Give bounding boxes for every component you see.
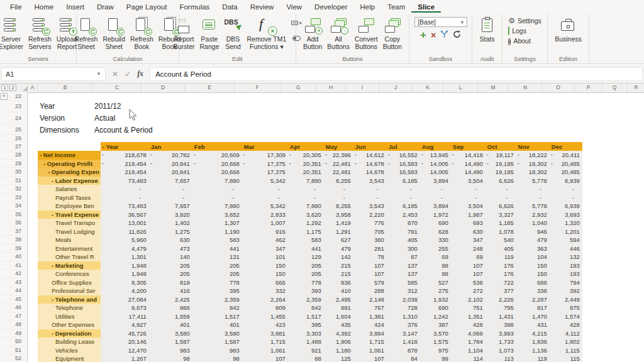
cell-C32[interactable]: -: [101, 185, 149, 194]
cell-G47[interactable]: 1,517: [288, 312, 324, 321]
cell-G38[interactable]: 583: [288, 236, 324, 244]
cell-N40[interactable]: 104: [516, 253, 550, 261]
cell-L45[interactable]: 2,102: [451, 295, 486, 304]
cell-F50[interactable]: 1,715: [242, 337, 288, 346]
cell-H42[interactable]: 215: [324, 270, 353, 278]
cell-L28[interactable]: 14,418-: [451, 151, 486, 160]
tab-slice[interactable]: Slice: [411, 1, 441, 13]
row-label-31[interactable]: - Labor Expense: [38, 177, 101, 185]
cell-J33[interactable]: -: [387, 194, 420, 202]
cell-C46[interactable]: 9,673: [101, 304, 149, 312]
column-header-R[interactable]: R: [627, 84, 644, 92]
ribbon-button-paste-range[interactable]: PasteRange: [198, 16, 221, 52]
cell-N31[interactable]: 5,778: [516, 177, 550, 185]
cell-H45[interactable]: 2,495: [324, 295, 353, 304]
cell-G52[interactable]: 88: [288, 354, 324, 362]
cell-I50[interactable]: 1,715: [353, 337, 387, 346]
cell-C43[interactable]: 8,305: [101, 278, 149, 287]
info-value-year[interactable]: 2011/12: [94, 102, 121, 111]
cell-I34[interactable]: 3,543: [353, 202, 387, 211]
cell-M32[interactable]: -: [486, 185, 516, 194]
row-header-49[interactable]: 49: [0, 329, 27, 338]
cell-C31[interactable]: 73,483: [101, 177, 149, 185]
cell-H48[interactable]: 435: [324, 321, 353, 329]
cell-J50[interactable]: 1,418: [387, 337, 420, 346]
row-label-42[interactable]: Conferences: [38, 270, 101, 278]
cell-O41[interactable]: 193: [550, 261, 582, 270]
cell-L48[interactable]: 428: [451, 321, 486, 329]
cell-G51[interactable]: 921: [288, 346, 324, 355]
cell-O28[interactable]: 20,411-: [550, 151, 582, 160]
cell-J43[interactable]: 585: [387, 278, 420, 287]
cell-L50[interactable]: 1,784: [451, 337, 486, 346]
cell-D35[interactable]: 3,920: [149, 211, 192, 219]
cell-F37[interactable]: 916: [242, 228, 288, 236]
cell-M35[interactable]: 3,327: [486, 211, 516, 219]
cell-L43[interactable]: 536: [451, 278, 486, 287]
cell-M42[interactable]: 176: [486, 270, 516, 278]
cell-F44[interactable]: 332: [242, 287, 288, 295]
cell-D46[interactable]: 866: [149, 304, 192, 312]
cell-N50[interactable]: 1,836: [516, 337, 550, 346]
cell-M46[interactable]: 795: [486, 304, 516, 312]
cell-K31[interactable]: 3,894: [420, 177, 451, 185]
ribbon-button-convert-buttons[interactable]: ConvertButtons: [353, 16, 380, 52]
cell-J49[interactable]: 3,147: [387, 329, 420, 338]
cell-H51[interactable]: 1,180: [324, 346, 353, 355]
cell-L30[interactable]: 14,490: [451, 168, 486, 177]
cell-L34[interactable]: 3,504: [451, 202, 486, 211]
cell-N37[interactable]: 946: [516, 228, 550, 236]
ribbon-button-all-buttons[interactable]: ◦AllButtons: [325, 16, 352, 52]
cell-G30[interactable]: 20,351: [288, 168, 324, 177]
grid-header-feb[interactable]: Feb: [192, 142, 242, 151]
row-label-30[interactable]: - Operating Expen: [38, 168, 101, 177]
cell-C38[interactable]: 5,960: [101, 236, 149, 244]
grid-header-jun[interactable]: Jun: [353, 142, 387, 151]
row-header-29[interactable]: 29: [0, 160, 27, 168]
column-header-Q[interactable]: Q: [602, 84, 627, 92]
tab-insert[interactable]: Insert: [60, 1, 91, 13]
cell-H52[interactable]: 125: [324, 354, 353, 362]
ribbon-button-refresh-servers[interactable]: RefreshServers: [26, 16, 53, 52]
cell-E39[interactable]: 441: [192, 244, 242, 253]
row-header-26[interactable]: 26: [0, 134, 27, 142]
cell-C42[interactable]: 1,948: [101, 270, 149, 278]
cell-M44[interactable]: 377: [486, 287, 516, 295]
branch-sandbox-icon[interactable]: [440, 30, 448, 41]
column-header-K[interactable]: K: [413, 84, 443, 92]
cell-M29[interactable]: 19,195-: [486, 160, 516, 168]
cell-C52[interactable]: 1,267: [101, 354, 149, 362]
cell-C30[interactable]: 219,454: [101, 168, 149, 177]
cell-K33[interactable]: -: [420, 194, 451, 202]
cell-M47[interactable]: 1,431: [486, 312, 516, 321]
cell-K47[interactable]: 1,242: [420, 312, 451, 321]
tab-team[interactable]: Team: [381, 1, 411, 13]
cell-J51[interactable]: 878: [387, 346, 420, 355]
cell-O37[interactable]: 1,201: [550, 228, 582, 236]
cell-N41[interactable]: 150: [516, 261, 550, 270]
cell-K39[interactable]: 255: [420, 244, 451, 253]
cell-H50[interactable]: 1,906: [324, 337, 353, 346]
row-header-43[interactable]: 43: [0, 278, 27, 287]
cell-I33[interactable]: -: [353, 194, 387, 202]
cell-F31[interactable]: 5,342: [242, 177, 288, 185]
cell-E44[interactable]: 395: [192, 287, 242, 295]
cell-O46[interactable]: 875: [550, 304, 582, 312]
grid-header-dec[interactable]: Dec: [550, 142, 582, 151]
ribbon-button-refresh-sheet[interactable]: RefreshSheet: [73, 16, 100, 52]
cell-M28[interactable]: 19,117-: [486, 151, 516, 160]
column-header-C[interactable]: C: [93, 84, 142, 92]
column-header-H[interactable]: H: [316, 84, 346, 92]
enter-icon[interactable]: ✓: [125, 70, 131, 79]
cell-J28[interactable]: 16,552-: [387, 151, 420, 160]
cell-O39[interactable]: 446: [550, 244, 582, 253]
ribbon-button-remove-tm1-functions[interactable]: f×Remove TM1Functions ▾: [245, 16, 288, 52]
cell-E36[interactable]: 1,307: [192, 219, 242, 228]
cell-J32[interactable]: -: [387, 185, 420, 194]
cell-K46[interactable]: 690: [420, 304, 451, 312]
row-label-33[interactable]: Payroll Taxes: [38, 194, 101, 202]
cell-J44[interactable]: 312: [387, 287, 420, 295]
cell-I52[interactable]: 107: [353, 354, 387, 362]
grid-header-sep[interactable]: Sep: [451, 142, 486, 151]
column-header-F[interactable]: F: [235, 84, 280, 92]
